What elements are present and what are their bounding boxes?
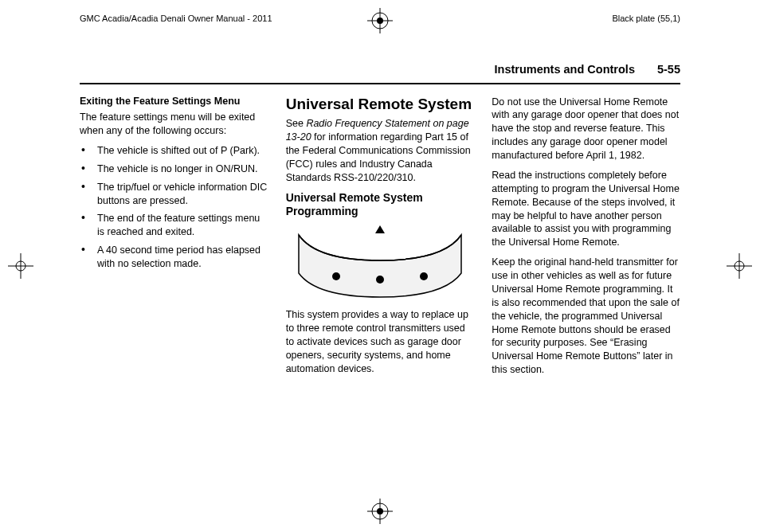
registration-mark-bottom [367, 499, 393, 524]
svg-point-17 [420, 272, 428, 280]
universal-remote-title: Universal Remote System [286, 96, 475, 113]
svg-point-15 [332, 272, 340, 280]
programming-subhead: Universal Remote System Programming [286, 191, 475, 218]
svg-point-16 [376, 276, 384, 284]
remote-illustration [286, 224, 475, 300]
col3-paragraph-1: Do not use the Universal Home Remote wit… [492, 96, 680, 162]
remote-caption: This system provides a way to replace up… [286, 308, 475, 375]
body-columns: Exiting the Feature Settings Menu The fe… [80, 96, 680, 384]
column-1: Exiting the Feature Settings Menu The fe… [80, 96, 268, 384]
page-number: 5-55 [657, 62, 680, 78]
chapter-title: Instruments and Controls [495, 62, 635, 78]
exiting-feature-intro: The feature settings menu will be exited… [80, 111, 268, 138]
col3-paragraph-2: Read the instructions completely before … [492, 169, 680, 249]
plate-label: Black plate (55,1) [612, 13, 680, 25]
registration-mark-left [8, 253, 33, 279]
remote-module-icon [292, 224, 468, 300]
exiting-feature-heading: Exiting the Feature Settings Menu [80, 96, 268, 108]
exiting-feature-list: The vehicle is shifted out of P (Park). … [80, 144, 268, 271]
svg-marker-14 [375, 225, 385, 233]
see-suffix: for information regarding Part 15 of the… [286, 131, 471, 183]
see-prefix: See [286, 118, 307, 129]
list-item: The vehicle is no longer in ON/RUN. [80, 162, 268, 176]
col3-paragraph-3: Keep the original hand-held transmitter … [492, 256, 680, 377]
header-rule [80, 83, 680, 84]
manual-title: GMC Acadia/Acadia Denali Owner Manual - … [80, 13, 272, 25]
page-content: Instruments and Controls 5-55 Exiting th… [80, 62, 680, 500]
list-item: The trip/fuel or vehicle information DIC… [80, 181, 268, 208]
see-reference-paragraph: See Radio Frequency Statement on page 13… [286, 117, 475, 184]
column-3: Do not use the Universal Home Remote wit… [492, 96, 680, 384]
list-item: The end of the feature settings menu is … [80, 212, 268, 239]
list-item: The vehicle is shifted out of P (Park). [80, 144, 268, 158]
crosshair-icon [367, 499, 393, 524]
column-2: Universal Remote System See Radio Freque… [286, 96, 475, 384]
registration-mark-right [727, 253, 752, 279]
list-item: A 40 second time period has elapsed with… [80, 244, 268, 271]
crosshair-icon [367, 8, 393, 33]
crosshair-icon [8, 253, 33, 279]
running-head: Instruments and Controls 5-55 [80, 62, 680, 83]
registration-mark-top [367, 8, 393, 33]
crosshair-icon [727, 253, 752, 279]
